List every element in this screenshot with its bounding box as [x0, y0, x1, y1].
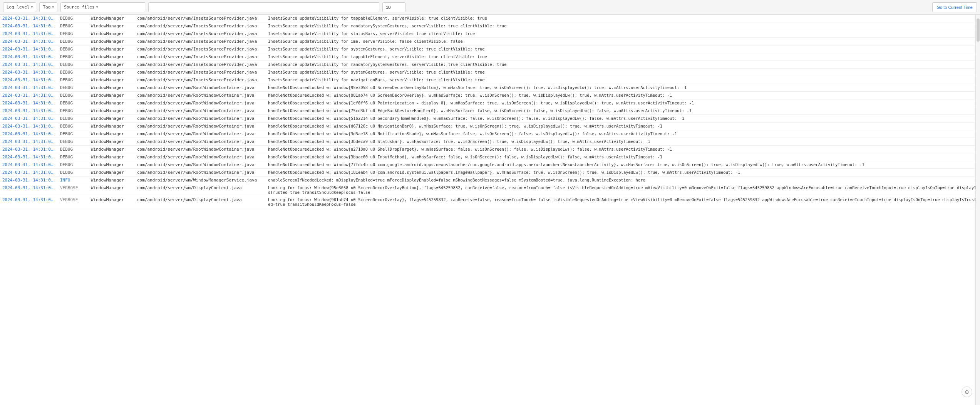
cell-timestamp[interactable]: 2024-03-31, 14:31:03.201 [0, 146, 58, 153]
cell-source: com/android/server/wm/InsetsSourceProvid… [135, 15, 266, 22]
cell-message: InsetsSource updateVisibility for system… [266, 45, 980, 53]
cell-timestamp[interactable]: 2024-03-31, 14:31:03.201 [0, 84, 58, 92]
cell-timestamp[interactable]: 2024-03-31, 14:31:03.201 [0, 76, 58, 84]
cell-source: com/android/server/wm/InsetsSourceProvid… [135, 22, 266, 30]
cell-timestamp[interactable]: 2024-03-31, 14:31:03.216 [0, 184, 58, 196]
cell-tag: WindowManager [89, 123, 135, 130]
table-row: 2024-03-31, 14:31:03.216 VERBOSE WindowM… [0, 184, 980, 196]
cell-tag: WindowManager [89, 169, 135, 176]
cell-tag: WindowManager [89, 138, 135, 146]
cell-tag: WindowManager [89, 196, 135, 208]
cell-level: DEBUG [58, 107, 89, 115]
cell-level: DEBUG [58, 130, 89, 138]
cell-tag: WindowManager [89, 53, 135, 61]
cell-timestamp[interactable]: 2024-03-31, 14:31:03.201 [0, 99, 58, 107]
cell-source: com/android/server/wm/RootWindowContaine… [135, 115, 266, 123]
cell-message: handleNotObscuredLocked w: Window{3baac6… [266, 153, 980, 161]
cell-source: com/android/server/wm/WindowManagerServi… [135, 176, 266, 184]
table-row: 2024-03-31, 14:31:03.201 DEBUG WindowMan… [0, 15, 980, 22]
cell-timestamp[interactable]: 2024-03-31, 14:31:03.201 [0, 30, 58, 38]
cell-timestamp[interactable]: 2024-03-31, 14:31:03.201 [0, 15, 58, 22]
cell-timestamp[interactable]: 2024-03-31, 14:31:03.201 [0, 115, 58, 123]
cell-source: com/android/server/wm/RootWindowContaine… [135, 107, 266, 115]
go-to-top-button[interactable]: ⊙ [962, 387, 972, 397]
cell-timestamp[interactable]: 2024-03-31, 14:31:03.201 [0, 169, 58, 176]
cell-timestamp[interactable]: 2024-03-31, 14:31:03.201 [0, 176, 58, 184]
cell-timestamp[interactable]: 2024-03-31, 14:31:03.201 [0, 107, 58, 115]
cell-message: enableScreenIfNeededLocked: mDisplayEnab… [266, 176, 980, 184]
number-input[interactable] [382, 2, 405, 12]
cell-message: handleNotObscuredLocked w: Window{981ab7… [266, 92, 980, 99]
cell-timestamp[interactable]: 2024-03-31, 14:31:03.201 [0, 123, 58, 130]
cell-source: com/android/server/wm/InsetsSourceProvid… [135, 69, 266, 76]
toolbar: Log level ▼ Tag ▼ Source files ▼ Go to C… [0, 0, 980, 15]
source-files-label: Source files [64, 5, 94, 10]
cell-timestamp[interactable]: 2024-03-31, 14:31:03.201 [0, 22, 58, 30]
cell-message: handleNotObscuredLocked w: Window{1ef0ff… [266, 99, 980, 107]
cell-source: com/android/server/wm/InsetsSourceProvid… [135, 30, 266, 38]
source-files-chevron-icon: ▼ [96, 5, 98, 9]
table-row: 2024-03-31, 14:31:03.216 VERBOSE WindowM… [0, 196, 980, 208]
cell-timestamp[interactable]: 2024-03-31, 14:31:03.201 [0, 61, 58, 69]
cell-timestamp[interactable]: 2024-03-31, 14:31:03.201 [0, 153, 58, 161]
cell-level: DEBUG [58, 30, 89, 38]
cell-level: DEBUG [58, 45, 89, 53]
cell-tag: WindowManager [89, 130, 135, 138]
cell-source: com/android/server/wm/RootWindowContaine… [135, 161, 266, 169]
source-files-select[interactable]: Source files ▼ [60, 2, 145, 12]
cell-message: InsetsSource updateVisibility for naviga… [266, 76, 980, 84]
cell-level: DEBUG [58, 99, 89, 107]
cell-timestamp[interactable]: 2024-03-31, 14:31:03.201 [0, 45, 58, 53]
cell-timestamp[interactable]: 2024-03-31, 14:31:03.201 [0, 53, 58, 61]
cell-level: DEBUG [58, 115, 89, 123]
table-row: 2024-03-31, 14:31:03.201 DEBUG WindowMan… [0, 61, 980, 69]
cell-timestamp[interactable]: 2024-03-31, 14:31:03.201 [0, 92, 58, 99]
cell-level: DEBUG [58, 22, 89, 30]
tag-label: Tag [43, 5, 50, 10]
cell-source: com/android/server/wm/RootWindowContaine… [135, 146, 266, 153]
go-current-time-button[interactable]: Go to Current Time [932, 2, 977, 12]
cell-source: com/android/server/wm/RootWindowContaine… [135, 153, 266, 161]
cell-timestamp[interactable]: 2024-03-31, 14:31:03.201 [0, 161, 58, 169]
cell-source: com/android/server/wm/InsetsSourceProvid… [135, 38, 266, 45]
cell-source: com/android/server/wm/RootWindowContaine… [135, 130, 266, 138]
log-level-chevron-icon: ▼ [31, 5, 33, 9]
cell-level: DEBUG [58, 38, 89, 45]
cell-message: InsetsSource updateVisibility for tappab… [266, 15, 980, 22]
cell-level: INFO [58, 176, 89, 184]
cell-level: DEBUG [58, 69, 89, 76]
table-row: 2024-03-31, 14:31:03.201 DEBUG WindowMan… [0, 76, 980, 84]
table-row: 2024-03-31, 14:31:03.201 DEBUG WindowMan… [0, 53, 980, 61]
cell-source: com/android/server/wm/RootWindowContaine… [135, 99, 266, 107]
cell-message: handleNotObscuredLocked w: Window{d67126… [266, 123, 980, 130]
cell-source: com/android/server/wm/InsetsSourceProvid… [135, 76, 266, 84]
cell-level: DEBUG [58, 123, 89, 130]
tag-select[interactable]: Tag ▼ [39, 2, 57, 12]
cell-timestamp[interactable]: 2024-03-31, 14:31:03.201 [0, 38, 58, 45]
cell-tag: WindowManager [89, 38, 135, 45]
cell-level: DEBUG [58, 146, 89, 153]
log-level-select[interactable]: Log level ▼ [3, 2, 36, 12]
cell-message: handleNotObscuredLocked w: Window{77fdc4… [266, 161, 980, 169]
table-row: 2024-03-31, 14:31:03.201 DEBUG WindowMan… [0, 22, 980, 30]
search-input[interactable] [148, 2, 379, 12]
table-row: 2024-03-31, 14:31:03.201 DEBUG WindowMan… [0, 99, 980, 107]
cell-timestamp[interactable]: 2024-03-31, 14:31:03.201 [0, 69, 58, 76]
cell-timestamp[interactable]: 2024-03-31, 14:31:03.216 [0, 196, 58, 208]
cell-tag: WindowManager [89, 115, 135, 123]
table-row: 2024-03-31, 14:31:03.201 DEBUG WindowMan… [0, 161, 980, 169]
cell-source: com/android/server/wm/InsetsSourceProvid… [135, 53, 266, 61]
cell-source: com/android/server/wm/InsetsSourceProvid… [135, 45, 266, 53]
cell-source: com/android/server/wm/DisplayContent.jav… [135, 196, 266, 208]
cell-level: DEBUG [58, 92, 89, 99]
scrollbar[interactable] [975, 15, 980, 405]
cell-source: com/android/server/wm/RootWindowContaine… [135, 84, 266, 92]
cell-timestamp[interactable]: 2024-03-31, 14:31:03.201 [0, 130, 58, 138]
cell-timestamp[interactable]: 2024-03-31, 14:31:03.201 [0, 138, 58, 146]
table-row: 2024-03-31, 14:31:03.201 DEBUG WindowMan… [0, 115, 980, 123]
scrollbar-thumb[interactable] [977, 18, 980, 42]
cell-level: DEBUG [58, 161, 89, 169]
cell-message: handleNotObscuredLocked w: Window{51b221… [266, 115, 980, 123]
cell-tag: WindowManager [89, 76, 135, 84]
cell-level: VERBOSE [58, 184, 89, 196]
